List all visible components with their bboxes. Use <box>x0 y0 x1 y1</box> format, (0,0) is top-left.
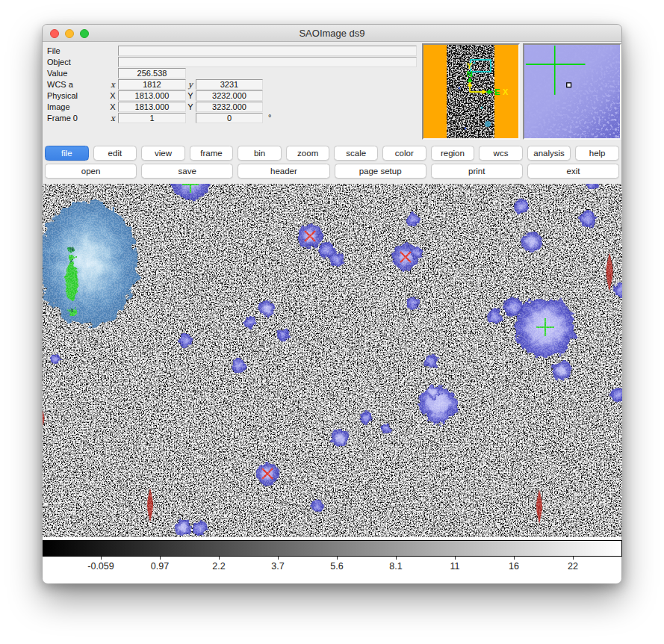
frame-zoom-sublabel: x <box>108 114 117 123</box>
colorbar-tick <box>455 557 456 560</box>
value-label: Value <box>47 69 67 78</box>
file-label: File <box>47 46 60 55</box>
menu-button-scale[interactable]: scale <box>334 146 378 161</box>
object-field[interactable] <box>118 57 417 67</box>
magnifier-cursor-box <box>567 83 571 87</box>
panner[interactable]: Y N E X <box>422 43 520 140</box>
physical-y-sublabel: Y <box>186 91 195 100</box>
physical-row: Physical X 1813.000 Y 3232.000 <box>43 90 423 101</box>
menu-button-zoom[interactable]: zoom <box>286 146 330 161</box>
colorbar-tick <box>396 557 397 560</box>
physical-label: Physical <box>47 91 78 100</box>
colorbar-tick <box>101 557 102 560</box>
menu-button-analysis[interactable]: analysis <box>527 146 571 161</box>
value-row: Value 256.538 <box>43 68 423 78</box>
colorbar-tick <box>278 557 279 560</box>
menu-button-wcs[interactable]: wcs <box>479 146 523 161</box>
menu-bar: file edit view frame bin zoom scale colo… <box>45 146 619 161</box>
ds9-window: SAOImage ds9 File Object Value 256.538 W… <box>42 24 622 583</box>
colorbar-tick <box>219 557 220 560</box>
panner-axis-x-label: X <box>503 87 509 96</box>
physical-y-field[interactable]: 3232.000 <box>196 90 263 101</box>
menu-button-view[interactable]: view <box>141 146 185 161</box>
panner-canvas[interactable]: Y N E X <box>423 45 518 138</box>
colorbar-tick-label: 16 <box>488 561 540 572</box>
frame-row: Frame 0 x 1 0 ° <box>43 113 423 123</box>
wcs-y-sublabel: y <box>186 80 195 89</box>
panner-compass-n-label: N <box>467 69 473 78</box>
image-y-sublabel: Y <box>186 102 195 111</box>
print-button[interactable]: print <box>431 164 523 179</box>
object-row: Object <box>43 57 423 67</box>
panner-compass-e-label: E <box>494 87 500 96</box>
exit-button[interactable]: exit <box>527 164 619 179</box>
menu-button-color[interactable]: color <box>382 146 426 161</box>
file-action-bar: open save header page setup print exit <box>45 164 619 179</box>
noise-overlay <box>43 184 622 537</box>
frame-rotation-field[interactable]: 0 <box>196 113 263 123</box>
value-field[interactable]: 256.538 <box>118 68 186 78</box>
save-button[interactable]: save <box>141 164 233 179</box>
physical-x-field[interactable]: 1813.000 <box>118 90 186 101</box>
colorbar-tick-label: 11 <box>429 561 481 572</box>
colorbar-tick <box>514 557 515 560</box>
degree-unit: ° <box>268 113 271 122</box>
frame-label: Frame 0 <box>47 114 78 123</box>
menu-button-region[interactable]: region <box>431 146 475 161</box>
menu-button-help[interactable]: help <box>575 146 619 161</box>
wcs-y-field[interactable]: 3231 <box>196 79 263 90</box>
colorbar-tick <box>160 557 161 560</box>
colorbar-tick-label: 0.97 <box>134 561 186 572</box>
physical-x-sublabel: X <box>108 91 117 100</box>
image-x-field[interactable]: 1813.000 <box>118 102 186 112</box>
colorbar-tick-label: 8.1 <box>370 561 422 572</box>
magnifier-canvas[interactable] <box>524 45 620 138</box>
colorbar-tick-label: 5.6 <box>311 561 363 572</box>
colorbar-tick-label: 2.2 <box>193 561 245 572</box>
image-y-field[interactable]: 3232.000 <box>196 102 263 112</box>
wcs-label: WCS a <box>47 80 73 89</box>
button-bars: file edit view frame bin zoom scale colo… <box>43 143 621 184</box>
colorbar-tick <box>573 557 574 560</box>
image-row: Image X 1813.000 Y 3232.000 <box>43 102 423 112</box>
wcs-row: WCS a x 1812 y 3231 <box>43 79 423 90</box>
menu-button-bin[interactable]: bin <box>238 146 282 161</box>
title-bar[interactable]: SAOImage ds9 <box>43 25 621 42</box>
info-panel: File Object Value 256.538 WCS a x 1812 y… <box>43 42 621 143</box>
frame-zoom-field[interactable]: 1 <box>118 113 186 123</box>
colorbar-section: -0.059 0.97 2.2 3.7 5.6 8.1 11 16 22 <box>43 537 621 583</box>
menu-button-file[interactable]: file <box>45 146 89 161</box>
header-button[interactable]: header <box>238 164 329 179</box>
image-display[interactable] <box>43 184 622 537</box>
colorbar-tick <box>337 557 338 560</box>
open-button[interactable]: open <box>45 164 137 179</box>
colorbar-tick-label: 3.7 <box>252 561 304 572</box>
page-setup-button[interactable]: page setup <box>335 164 426 179</box>
file-field[interactable] <box>118 46 417 56</box>
colorbar-tick-label: -0.059 <box>75 561 127 572</box>
object-label: Object <box>47 58 71 66</box>
image-canvas[interactable] <box>43 184 622 537</box>
colorbar-tick-label: 22 <box>547 561 599 572</box>
menu-button-edit[interactable]: edit <box>93 146 137 161</box>
image-x-sublabel: X <box>108 102 117 111</box>
magnifier[interactable] <box>523 43 621 140</box>
image-label: Image <box>47 102 70 111</box>
wcs-x-sublabel: x <box>108 80 117 89</box>
wcs-x-field[interactable]: 1812 <box>118 79 186 90</box>
colorbar[interactable] <box>43 540 622 557</box>
window-title: SAOImage ds9 <box>43 28 621 39</box>
menu-button-frame[interactable]: frame <box>190 146 234 161</box>
file-row: File <box>43 46 423 56</box>
